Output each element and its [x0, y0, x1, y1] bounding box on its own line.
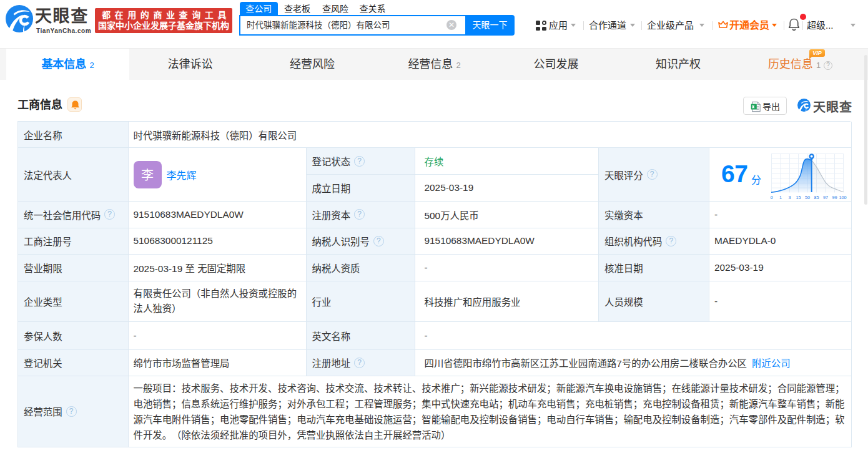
svg-text:3: 3: [788, 195, 791, 200]
svg-text:0: 0: [771, 195, 773, 200]
svg-text:85: 85: [814, 195, 819, 200]
svg-text:50: 50: [805, 195, 810, 200]
svg-text:1: 1: [779, 195, 782, 200]
svg-text:97: 97: [823, 195, 828, 200]
svg-text:15: 15: [796, 195, 801, 200]
svg-text:100: 100: [839, 195, 846, 200]
svg-text:99: 99: [832, 195, 837, 200]
